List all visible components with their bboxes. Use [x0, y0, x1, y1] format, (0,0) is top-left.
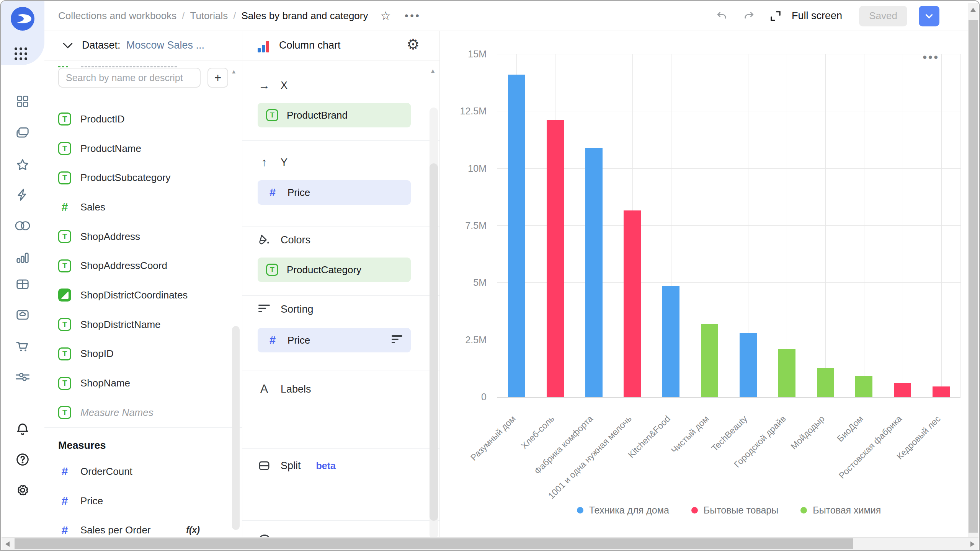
- measures-heading: Measures: [58, 440, 106, 452]
- scroll-up-arrow-icon[interactable]: ▲: [430, 67, 436, 74]
- split-icon: [258, 460, 271, 472]
- dataset-field[interactable]: TMeasure Names: [44, 398, 242, 427]
- text-field-icon: T: [58, 112, 71, 126]
- bar-Чистый дом[interactable]: [701, 324, 718, 397]
- colors-field-name: ProductCategory: [287, 264, 361, 276]
- sidebar-item-favorites[interactable]: [1, 152, 44, 178]
- bar-Kitchen&Food[interactable]: [662, 286, 679, 397]
- scroll-up-arrow-icon[interactable]: [970, 8, 976, 12]
- sidebar-item-tables[interactable]: [1, 271, 44, 298]
- sliders-icon: [15, 370, 30, 383]
- vertical-scrollbar[interactable]: [968, 3, 978, 539]
- bar-Фабрика комфорта[interactable]: [585, 148, 603, 397]
- measure-field-icon: #: [58, 524, 71, 537]
- scroll-right-arrow-icon[interactable]: [970, 541, 975, 547]
- undo-icon[interactable]: [714, 8, 730, 24]
- chart-settings-gear-icon[interactable]: ⚙: [407, 37, 420, 52]
- field-list: TProductIDTProductNameTProductSubcategor…: [44, 104, 242, 427]
- dataset-field[interactable]: TProductName: [44, 134, 242, 163]
- y-tick-label: 10M: [450, 163, 487, 174]
- bar-Кедровый лес[interactable]: [933, 386, 950, 397]
- fullscreen-icon[interactable]: [768, 8, 783, 24]
- add-field-button[interactable]: +: [207, 68, 228, 88]
- formula-icon: f(x): [186, 525, 200, 535]
- dataset-field[interactable]: TShopAddress: [44, 222, 242, 251]
- save-dropdown-button[interactable]: [919, 6, 939, 26]
- section-y-label: Y: [281, 156, 287, 168]
- sidebar-item-collections[interactable]: [1, 119, 44, 146]
- horizontal-scrollbar[interactable]: [2, 537, 978, 550]
- y-tick-label: 0: [450, 391, 487, 403]
- sort-descending-icon[interactable]: [392, 335, 402, 345]
- chart-type-label[interactable]: Column chart: [279, 39, 341, 51]
- sidebar-item-connections[interactable]: [1, 181, 44, 208]
- collapse-chevron-icon[interactable]: [63, 42, 73, 50]
- datalens-logo[interactable]: [11, 7, 34, 31]
- legend-item[interactable]: Техника для дома: [577, 505, 669, 516]
- bar-Городской драйв[interactable]: [778, 349, 795, 397]
- dataset-field[interactable]: ShopDistrictCoordinates: [44, 280, 242, 310]
- dataset-field[interactable]: #OrderCount: [44, 457, 242, 486]
- sidebar-item-marketplace[interactable]: [1, 333, 44, 360]
- sidebar-item-charts[interactable]: [1, 244, 44, 271]
- favorite-star-icon[interactable]: ☆: [380, 9, 391, 23]
- horizontal-scrollbar-thumb[interactable]: [15, 538, 853, 549]
- gridline: [864, 54, 864, 397]
- text-field-icon: T: [58, 259, 71, 272]
- section-labels-label: Labels: [281, 383, 311, 395]
- section-colors-label: Colors: [281, 234, 310, 246]
- bar-TechBeauty[interactable]: [740, 333, 757, 397]
- sidebar-item-files[interactable]: [1, 302, 44, 328]
- all-services-icon[interactable]: [15, 47, 27, 60]
- number-field-icon: #: [266, 186, 279, 199]
- dataset-field[interactable]: #Price: [44, 486, 242, 516]
- config-scrollbar-thumb[interactable]: [430, 163, 438, 521]
- dataset-name-link[interactable]: Moscow Sales ...: [126, 39, 204, 51]
- settings-gear-icon[interactable]: [1, 477, 44, 504]
- sidebar-item-dashboards[interactable]: [1, 88, 44, 115]
- bar-Ростовская фабрика[interactable]: [894, 383, 911, 397]
- x-axis-line: [497, 397, 960, 398]
- help-icon[interactable]: [1, 446, 44, 473]
- more-menu-icon[interactable]: •••: [405, 10, 421, 22]
- divider: [242, 295, 439, 296]
- bar-Хлеб-соль[interactable]: [547, 120, 564, 397]
- y-field-pill[interactable]: # Price: [258, 180, 411, 205]
- notifications-bell-icon[interactable]: [1, 416, 44, 442]
- divider: [242, 140, 439, 141]
- legend-item[interactable]: Бытовая химия: [800, 505, 881, 516]
- colors-field-pill[interactable]: T ProductCategory: [258, 258, 411, 282]
- bar-Разумный дом[interactable]: [508, 75, 525, 397]
- section-sorting: Sorting: [258, 303, 314, 315]
- sidebar-item-settings-services[interactable]: [1, 364, 44, 390]
- legend-item[interactable]: Бытовые товары: [691, 505, 778, 516]
- dataset-field[interactable]: TShopName: [44, 368, 242, 398]
- dataset-scrollbar[interactable]: [232, 326, 240, 530]
- dataset-field[interactable]: TShopDistrictName: [44, 310, 242, 339]
- dataset-field[interactable]: #Sales per Orderf(x): [44, 515, 242, 539]
- bar-Мойдодыр[interactable]: [817, 368, 834, 397]
- field-name: ShopID: [80, 348, 114, 360]
- dataset-field[interactable]: #Sales: [44, 192, 242, 222]
- dataset-field[interactable]: TProductSubcategory: [44, 163, 242, 192]
- fullscreen-label[interactable]: Full screen: [792, 10, 842, 22]
- sorting-field-pill[interactable]: # Price: [258, 328, 411, 352]
- dataset-field[interactable]: TShopID: [44, 339, 242, 369]
- dataset-field[interactable]: TShopAddressCoord: [44, 251, 242, 280]
- saved-button[interactable]: Saved: [859, 6, 907, 26]
- field-search-input[interactable]: [58, 68, 201, 88]
- scroll-up-arrow-icon[interactable]: ▲: [231, 68, 237, 75]
- scroll-left-arrow-icon[interactable]: [5, 541, 10, 547]
- breadcrumb-tutorials[interactable]: Tutorials: [190, 10, 228, 22]
- vertical-scrollbar-thumb[interactable]: [969, 20, 978, 533]
- x-field-pill[interactable]: T ProductBrand: [258, 103, 411, 127]
- gridline: [497, 111, 960, 111]
- sidebar-item-datasets[interactable]: [1, 212, 44, 239]
- field-name: ShopAddressCoord: [80, 260, 167, 272]
- breadcrumb-collections[interactable]: Collections and workbooks: [58, 10, 176, 22]
- bar-1001 и одна нужная мелочь[interactable]: [624, 210, 641, 397]
- bar-БиоДом[interactable]: [855, 376, 872, 397]
- redo-icon[interactable]: [741, 8, 756, 24]
- dataset-field[interactable]: TProductID: [44, 104, 242, 134]
- field-name: ProductSubcategory: [80, 172, 171, 184]
